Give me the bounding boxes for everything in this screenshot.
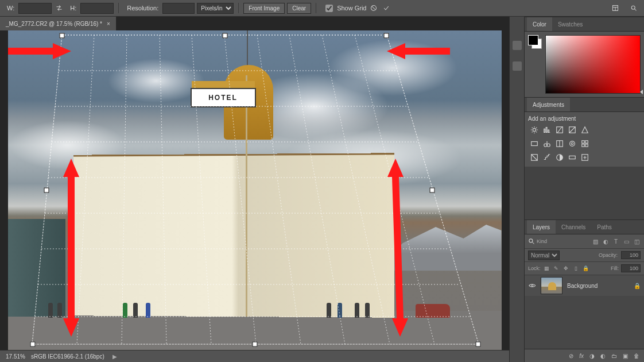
link-layers-icon[interactable]: ⊘ — [569, 353, 573, 359]
new-layer-icon[interactable]: ▣ — [623, 353, 628, 359]
svg-rect-46 — [569, 156, 576, 159]
lock-all-icon[interactable]: 🔒 — [582, 265, 589, 272]
document-tab[interactable]: _MG_2772.CR2 @ 17.5% (RGB/16) * × — [0, 17, 117, 30]
right-panel-group: Color Swatches Adjustments Add an adj — [524, 17, 644, 362]
svg-point-36 — [570, 141, 575, 147]
filter-pixel-icon[interactable]: ▧ — [591, 237, 599, 245]
swap-dimensions-icon[interactable] — [54, 3, 64, 13]
width-input[interactable] — [18, 3, 52, 14]
search-icon[interactable] — [627, 3, 641, 13]
layer-thumbnail[interactable] — [541, 277, 562, 294]
svg-rect-41 — [585, 141, 588, 143]
annotation-arrow-tl — [8, 40, 71, 63]
lock-position-icon[interactable]: ✥ — [562, 265, 570, 272]
adj-levels-icon[interactable] — [541, 124, 553, 136]
clear-button[interactable]: Clear — [287, 3, 311, 14]
filter-type-icon[interactable]: T — [612, 237, 620, 245]
add-mask-icon[interactable]: ◑ — [589, 353, 595, 359]
adj-colorbalance-icon[interactable] — [541, 138, 553, 149]
adj-threshold-icon[interactable] — [553, 152, 566, 163]
filter-smart-icon[interactable]: ◫ — [633, 237, 641, 245]
photo-canvas: HOTEL — [8, 30, 502, 350]
adj-brightness-icon[interactable] — [528, 124, 541, 136]
blend-mode-select[interactable]: Normal — [528, 251, 560, 260]
svg-marker-28 — [387, 159, 408, 337]
workspace-icon[interactable] — [608, 3, 622, 13]
adj-photofilter-icon[interactable] — [566, 138, 579, 149]
adj-hue-icon[interactable] — [528, 138, 541, 149]
height-label: H: — [70, 5, 76, 11]
svg-point-37 — [571, 143, 573, 145]
tab-layers[interactable]: Layers — [527, 220, 556, 234]
layer-blend-row: Normal Opacity: 100 — [525, 249, 644, 262]
layer-locked-icon: 🔒 — [634, 283, 641, 289]
layer-visibility-icon[interactable] — [528, 282, 536, 290]
layer-filter-kind[interactable]: Kind — [528, 238, 547, 245]
layer-filter-bar: Kind ▧ ◐ T ▭ ◫ — [525, 234, 644, 249]
lock-transparent-icon[interactable]: ▦ — [543, 265, 550, 272]
canvas[interactable]: HOTEL — [0, 30, 509, 350]
doc-profile[interactable]: sRGB IEC61966-2.1 (16bpc) — [31, 353, 104, 360]
width-label: W: — [7, 5, 14, 11]
commit-transform-icon[interactable] — [381, 3, 391, 13]
adj-exposure-icon[interactable] — [566, 124, 579, 136]
close-tab-icon[interactable]: × — [107, 21, 110, 27]
lock-label: Lock: — [528, 265, 541, 271]
filter-adjust-icon[interactable]: ◐ — [602, 237, 610, 245]
annotation-arrow-l — [60, 159, 83, 337]
tab-adjustments[interactable]: Adjustments — [527, 98, 570, 111]
tab-swatches[interactable]: Swatches — [552, 17, 588, 31]
resolution-label: Resolution: — [127, 5, 158, 11]
svg-marker-25 — [8, 43, 71, 59]
filter-shape-icon[interactable]: ▭ — [622, 237, 630, 245]
height-input[interactable] — [80, 3, 114, 14]
adj-colorlookup-icon[interactable] — [579, 138, 591, 149]
delete-layer-icon[interactable]: 🗑 — [634, 353, 639, 359]
status-flyout-icon[interactable]: ▶ — [112, 353, 117, 360]
svg-marker-26 — [387, 43, 450, 59]
new-adj-layer-icon[interactable]: ◐ — [600, 353, 606, 359]
opacity-label: Opacity: — [599, 252, 618, 258]
cancel-transform-icon[interactable] — [368, 3, 379, 13]
annotation-arrow-tr — [387, 40, 450, 63]
new-group-icon[interactable]: 🗀 — [611, 353, 617, 359]
opacity-value[interactable]: 100 — [621, 251, 641, 259]
fill-value[interactable]: 100 — [621, 264, 641, 272]
layer-row-background[interactable]: Background 🔒 — [525, 275, 644, 296]
add-adjustment-label: Add an adjustment — [528, 115, 641, 122]
layer-name[interactable]: Background — [567, 283, 629, 289]
layers-footer: ⊘ fx ◑ ◐ 🗀 ▣ 🗑 — [525, 349, 644, 362]
adj-invert-icon[interactable] — [528, 152, 541, 163]
collapsed-panel-icon-1[interactable] — [513, 41, 522, 50]
adj-gradientmap-icon[interactable] — [566, 152, 579, 163]
svg-point-34 — [547, 144, 550, 147]
adj-curves-icon[interactable] — [553, 124, 566, 136]
annotation-arrow-r — [384, 159, 412, 337]
svg-point-2 — [631, 6, 635, 9]
front-image-button[interactable]: Front Image — [243, 3, 285, 14]
layers-panel-header: Layers Channels Paths — [525, 219, 644, 234]
resolution-input[interactable] — [162, 3, 195, 14]
tab-channels[interactable]: Channels — [556, 220, 591, 234]
layer-fx-icon[interactable]: fx — [579, 353, 584, 359]
adj-bw-icon[interactable] — [553, 138, 566, 149]
tab-color[interactable]: Color — [527, 17, 552, 31]
tab-paths[interactable]: Paths — [591, 220, 618, 234]
show-grid-checkbox[interactable]: Show Grid — [323, 3, 366, 14]
zoom-readout[interactable]: 17.51% — [6, 353, 25, 360]
lock-artboard-icon[interactable]: ▯ — [572, 265, 580, 272]
lock-image-icon[interactable]: ✎ — [553, 265, 560, 272]
panel-gap — [525, 167, 644, 219]
adj-selectivecolor-icon[interactable] — [579, 152, 591, 163]
fill-label: Fill: — [611, 265, 619, 271]
color-gradient-picker[interactable] — [545, 35, 641, 94]
fg-bg-swatch[interactable] — [528, 35, 542, 49]
layer-lock-row: Lock: ▦ ✎ ✥ ▯ 🔒 Fill: 100 — [525, 262, 644, 275]
svg-rect-43 — [585, 144, 588, 147]
adj-vibrance-icon[interactable] — [579, 124, 591, 136]
crop-options-bar: W: H: Resolution: Pixels/in Front Image … — [0, 0, 644, 17]
adjustments-panel-header: Adjustments — [525, 97, 644, 112]
resolution-units-select[interactable]: Pixels/in — [197, 3, 234, 14]
adj-posterize-icon[interactable] — [541, 152, 553, 163]
collapsed-panel-icon-2[interactable] — [513, 61, 522, 71]
